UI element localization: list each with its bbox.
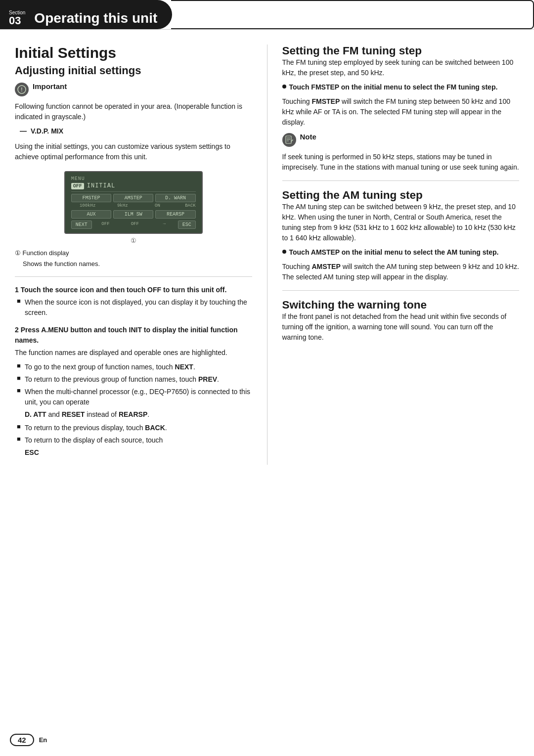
step2-bullet3-text: When the multi-channel processor (e.g., …: [25, 387, 252, 407]
lcd-row1-labels: FMSTEP AMSTEP D. WARN: [71, 194, 196, 202]
lcd-divider: [71, 191, 196, 192]
lcd-rearsp: REARSP: [155, 210, 195, 219]
page-header: Section 03 Operating this unit: [0, 0, 534, 30]
note-text: If seek tuning is performed in 50 kHz st…: [282, 152, 520, 173]
lcd-amstep: AMSTEP: [113, 194, 153, 202]
header-right-box: [171, 0, 534, 29]
note-box: Note: [282, 133, 520, 147]
lcd-container: MENU OFF INITIAL FMSTEP AMSTEP D. WARN 1…: [15, 171, 252, 244]
step2-bullet4: ■ To return to the previous display, tou…: [15, 423, 252, 433]
am-bullet-heading: Touch AMSTEP on the initial menu to sele…: [289, 247, 499, 258]
important-svg-icon: !: [17, 85, 26, 94]
am-divider: [282, 180, 520, 181]
step2-esc: ESC: [15, 447, 252, 458]
step2-bullet1: ■ To go to the next group of function na…: [15, 362, 252, 372]
step1-heading: 1 Touch the source icon and then touch O…: [15, 285, 252, 295]
step2-desc: The function names are displayed and ope…: [15, 348, 252, 358]
lcd-aux: AUX: [71, 210, 111, 219]
am-title: Setting the AM tuning step: [282, 189, 520, 202]
fm-bullet-desc: Touching FMSTEP will switch the FM tunin…: [282, 96, 520, 128]
function-display-desc: Shows the function names.: [15, 259, 252, 269]
note-content: Note: [300, 133, 316, 141]
note-label: Note: [300, 133, 316, 141]
fm-bullet-row: Touch FMSTEP on the initial menu to sele…: [282, 82, 520, 92]
page-footer: 42 En: [10, 734, 47, 746]
adjusting-title: Adjusting initial settings: [15, 64, 252, 77]
step1-bullet1-text: When the source icon is not displayed, y…: [25, 297, 252, 318]
lcd-row1-values: 100kHz 9kHz ON BACK: [71, 203, 196, 208]
fm-title: Setting the FM tuning step: [282, 44, 520, 57]
lcd-row2-labels: AUX ILM SW REARSP: [71, 210, 196, 219]
warn-title: Switching the warning tone: [282, 299, 520, 311]
important-content: Important: [33, 82, 67, 90]
language-label: En: [39, 736, 47, 744]
lcd-back-area: BACK: [176, 203, 196, 208]
am-intro: The AM tuning step can be switched betwe…: [282, 202, 520, 243]
am-bullet-desc: Touching AMSTEP will switch the AM tunin…: [282, 262, 520, 282]
section-badge: Section 03: [0, 0, 29, 29]
lcd-dwarn-val: ON: [141, 203, 174, 208]
warn-divider: [282, 290, 520, 291]
lcd-ilmsw: ILM SW: [113, 210, 153, 219]
step2-heading: 2 Press A.MENU button and touch INIT to …: [15, 325, 252, 346]
function-display-label: ① Function display: [15, 248, 252, 258]
step1-bullet1: ■ When the source icon is not displayed,…: [15, 297, 252, 318]
lcd-fmstep: FMSTEP: [71, 194, 111, 202]
step2-bullet1-text: To go to the next group of function name…: [25, 362, 195, 372]
section-number: 03: [9, 15, 21, 26]
step2-bullet5: ■ To return to the display of each sourc…: [15, 435, 252, 445]
lcd-amstep-val: 9kHz: [106, 203, 139, 208]
lcd-top-row: MENU: [71, 176, 196, 181]
lcd-rearsp-val: →: [150, 222, 178, 229]
important-label: Important: [33, 82, 67, 90]
step2-bullet4-text: To return to the previous display, touch…: [25, 423, 167, 433]
page-number: 42: [10, 734, 34, 746]
important-text: Following function cannot be operated in…: [15, 101, 252, 122]
lcd-off-initial-row: OFF INITIAL: [71, 182, 196, 189]
step2-bullet3: ■ When the multi-channel processor (e.g.…: [15, 387, 252, 407]
lcd-circle-num: ①: [131, 237, 136, 244]
note-svg-icon: [285, 135, 294, 144]
step2-bullet2: ■ To return to the previous group of fun…: [15, 374, 252, 385]
lcd-row2-values: OFF OFF →: [92, 222, 178, 229]
step2-bullet5-text: To return to the display of each source,…: [25, 435, 163, 445]
lcd-fmstep-val: 100kHz: [71, 203, 104, 208]
important-icon: !: [15, 83, 29, 96]
vdp-mix: — V.D.P. MIX: [20, 126, 252, 136]
warn-text: If the front panel is not detached from …: [282, 311, 520, 343]
am-bullet-row: Touch AMSTEP on the initial menu to sele…: [282, 247, 520, 258]
header-title-box: Operating this unit: [29, 0, 172, 29]
lcd-ilmsw-val: OFF: [121, 222, 148, 229]
lcd-off-badge: OFF: [71, 183, 84, 189]
lcd-next-esc-row: NEXT OFF OFF → ESC: [71, 221, 196, 229]
fm-intro: The FM tuning step employed by seek tuni…: [282, 57, 520, 78]
lcd-esc-btn: ESC: [178, 221, 196, 229]
page-title: Initial Settings: [15, 44, 252, 61]
right-column: Setting the FM tuning step The FM tuning…: [267, 44, 520, 465]
lcd-next-btn: NEXT: [71, 221, 92, 229]
fm-bullet-heading: Touch FMSTEP on the initial menu to sele…: [289, 82, 498, 92]
step1-divider: [15, 276, 252, 277]
step-1: 1 Touch the source icon and then touch O…: [15, 285, 252, 318]
lcd-initial-label: INITIAL: [87, 182, 115, 189]
note-icon: [282, 133, 296, 147]
step-2: 2 Press A.MENU button and touch INIT to …: [15, 325, 252, 458]
lcd-dwarn: D. WARN: [155, 194, 195, 202]
important-box: ! Important: [15, 82, 252, 96]
step2-bullet2-text: To return to the previous group of funct…: [25, 374, 219, 385]
main-content: Initial Settings Adjusting initial setti…: [0, 30, 534, 480]
am-circle-bullet-icon: [282, 250, 286, 254]
svg-text:!: !: [21, 87, 22, 92]
header-title: Operating this unit: [34, 10, 157, 26]
lcd-back-label: BACK: [185, 203, 196, 208]
step2-datt-line: D. ATT and RESET instead of REARSP.: [15, 409, 252, 420]
lcd-aux-val: OFF: [92, 222, 119, 229]
left-column: Initial Settings Adjusting initial setti…: [15, 44, 267, 465]
intro-text: Using the initial settings, you can cust…: [15, 141, 252, 162]
lcd-screen: MENU OFF INITIAL FMSTEP AMSTEP D. WARN 1…: [64, 171, 203, 234]
circle-bullet-icon: [282, 85, 286, 89]
lcd-menu-label: MENU: [71, 176, 85, 181]
